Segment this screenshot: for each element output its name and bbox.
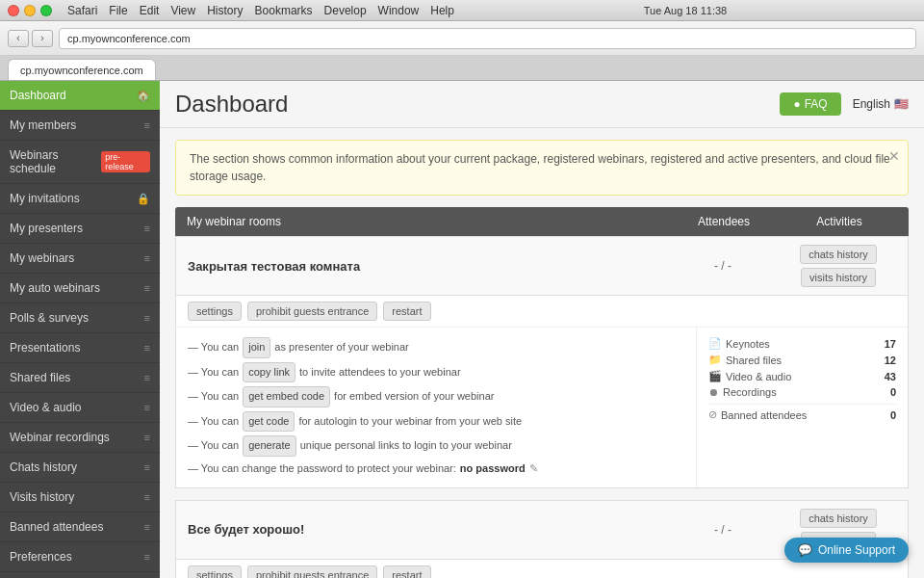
video-icon: 🎬 xyxy=(708,370,722,382)
link-row: — You can change the password to protect… xyxy=(188,459,684,480)
list-icon-8: ≡ xyxy=(144,402,150,413)
browser-bar: ‹ › cp.myownconference.com xyxy=(0,21,924,56)
sidebar-item-banned-attendees[interactable]: Banned attendees ≡ xyxy=(0,512,160,542)
sidebar-item-my-presenters[interactable]: My presenters ≡ xyxy=(0,214,160,244)
menu-develop[interactable]: Develop xyxy=(324,4,367,17)
menu-edit[interactable]: Edit xyxy=(140,4,160,17)
maximize-window-btn[interactable] xyxy=(40,5,52,16)
sidebar-item-dashboard[interactable]: Dashboard 🏠 xyxy=(0,81,160,111)
room-block-1: Закрытая тестовая комната - / - chats hi… xyxy=(175,236,909,488)
sidebar-item-webinar-recordings[interactable]: Webinar recordings ≡ xyxy=(0,423,160,453)
sidebar-item-my-members[interactable]: My members ≡ xyxy=(0,111,160,141)
close-window-btn[interactable] xyxy=(8,5,19,16)
room-name-1: Закрытая тестовая комната xyxy=(188,259,665,274)
shared-icon: 📁 xyxy=(708,354,722,366)
stat-keynotes-1: 📄 Keynotes 17 xyxy=(708,335,896,352)
sidebar-item-my-webinars[interactable]: My webinars ≡ xyxy=(0,244,160,274)
sidebar-item-video-audio[interactable]: Video & audio ≡ xyxy=(0,393,160,423)
stat-shared-1: 📁 Shared files 12 xyxy=(708,352,896,368)
menu-bar: Safari File Edit View History Bookmarks … xyxy=(67,4,454,17)
stat-video-1: 🎬 Video & audio 43 xyxy=(708,368,896,384)
rooms-section: My webinar rooms Attendees Activities За… xyxy=(160,207,924,578)
link-row: — You can copy link to invite attendees … xyxy=(188,360,684,385)
lock-icon: 🔒 xyxy=(137,193,150,205)
chats-history-btn-2[interactable]: chats history xyxy=(800,509,877,528)
list-icon-5: ≡ xyxy=(144,312,150,324)
browser-tab[interactable]: cp.myownconference.com xyxy=(8,59,156,80)
online-support-button[interactable]: 💬 Online Support xyxy=(784,538,909,563)
menu-bookmarks[interactable]: Bookmarks xyxy=(255,4,313,17)
minimize-window-btn[interactable] xyxy=(24,5,36,16)
chat-icon: 💬 xyxy=(798,543,812,557)
password-note-1: no password xyxy=(460,460,526,478)
info-box: The section shows common information abo… xyxy=(175,140,909,196)
title-bar: Safari File Edit View History Bookmarks … xyxy=(0,0,924,21)
sidebar-item-my-invitations[interactable]: My invitations 🔒 xyxy=(0,184,160,214)
restart-btn-1[interactable]: restart xyxy=(383,302,430,321)
room-name-2: Все будет хорошо! xyxy=(188,522,665,537)
sidebar-item-polls-surveys[interactable]: Polls & surveys ≡ xyxy=(0,303,160,333)
copy-link-1[interactable]: copy link xyxy=(243,362,295,383)
tab-bar: cp.myownconference.com xyxy=(0,56,924,81)
room-controls-1: settings prohibit guests entrance restar… xyxy=(176,296,908,328)
list-icon-7: ≡ xyxy=(144,372,150,383)
sidebar-item-preferences[interactable]: Preferences ≡ xyxy=(0,542,160,572)
sidebar-item-chats-history[interactable]: Chats history ≡ xyxy=(0,453,160,483)
address-bar[interactable]: cp.myownconference.com xyxy=(59,28,916,49)
prohibit-guests-btn-2[interactable]: prohibit guests entrance xyxy=(247,565,377,578)
info-box-close[interactable]: ✕ xyxy=(888,146,900,167)
menu-history[interactable]: History xyxy=(207,4,243,17)
prohibit-guests-btn-1[interactable]: prohibit guests entrance xyxy=(247,302,377,321)
forward-btn[interactable]: › xyxy=(32,30,53,47)
sidebar-item-my-profile[interactable]: My profile ≡ xyxy=(0,572,160,578)
link-row: — You can get embed code for embed versi… xyxy=(188,384,684,409)
sidebar-item-visits-history[interactable]: Visits history ≡ xyxy=(0,483,160,512)
sidebar-item-shared-files[interactable]: Shared files ≡ xyxy=(0,363,160,393)
menu-help[interactable]: Help xyxy=(430,4,454,17)
list-icon-13: ≡ xyxy=(144,551,150,563)
sidebar-item-presentations[interactable]: Presentations ≡ xyxy=(0,333,160,363)
traffic-lights xyxy=(8,5,52,16)
banned-icon: ⊘ xyxy=(708,408,717,421)
sidebar-item-my-auto-webinars[interactable]: My auto webinars ≡ xyxy=(0,274,160,303)
settings-btn-2[interactable]: settings xyxy=(188,565,242,578)
list-icon-12: ≡ xyxy=(144,521,150,533)
main-content: Dashboard ● FAQ English 🇺🇸 The section s… xyxy=(160,81,924,578)
generate-link-1[interactable]: generate xyxy=(243,435,295,457)
room-actions-1: chats history visits history xyxy=(781,245,896,287)
chats-history-btn-1[interactable]: chats history xyxy=(800,245,877,264)
stat-banned-1: ⊘ Banned attendees 0 xyxy=(708,404,896,423)
edit-password-icon-1[interactable]: ✎ xyxy=(529,460,538,478)
top-bar: Dashboard ● FAQ English 🇺🇸 xyxy=(160,81,924,128)
menu-safari[interactable]: Safari xyxy=(67,4,97,17)
list-icon-9: ≡ xyxy=(144,432,150,443)
page-title: Dashboard xyxy=(175,91,288,118)
pre-release-badge: pre-release xyxy=(101,151,150,172)
menu-window[interactable]: Window xyxy=(378,4,420,17)
list-icon-4: ≡ xyxy=(144,282,150,294)
room-stats-panel-1: 📄 Keynotes 17 📁 Shared files 12 xyxy=(696,328,908,487)
top-bar-right: ● FAQ English 🇺🇸 xyxy=(780,92,909,116)
window-title: Tue Aug 18 11:38 xyxy=(454,5,916,16)
faq-button[interactable]: ● FAQ xyxy=(780,92,840,116)
home-icon: 🏠 xyxy=(137,90,150,102)
visits-history-btn-1[interactable]: visits history xyxy=(801,268,876,287)
recordings-icon: ⏺ xyxy=(708,386,719,398)
stat-recordings-1: ⏺ Recordings 0 xyxy=(708,384,896,400)
language-selector[interactable]: English 🇺🇸 xyxy=(853,97,909,111)
room-attendees-2: - / - xyxy=(665,523,781,537)
sidebar-item-webinars-schedule[interactable]: Webinars schedule pre-release xyxy=(0,141,160,184)
menu-file[interactable]: File xyxy=(109,4,127,17)
keynotes-icon: 📄 xyxy=(708,337,722,350)
sidebar: Dashboard 🏠 My members ≡ Webinars schedu… xyxy=(0,81,160,578)
join-link-1[interactable]: join xyxy=(243,337,270,358)
app-container: Dashboard 🏠 My members ≡ Webinars schedu… xyxy=(0,81,924,578)
back-btn[interactable]: ‹ xyxy=(8,30,29,47)
list-icon: ≡ xyxy=(144,119,150,131)
get-code-1[interactable]: get code xyxy=(243,411,295,433)
restart-btn-2[interactable]: restart xyxy=(383,565,430,578)
menu-view[interactable]: View xyxy=(170,4,195,17)
list-icon-11: ≡ xyxy=(144,491,150,503)
settings-btn-1[interactable]: settings xyxy=(188,302,242,321)
get-embed-code-1[interactable]: get embed code xyxy=(243,386,330,407)
